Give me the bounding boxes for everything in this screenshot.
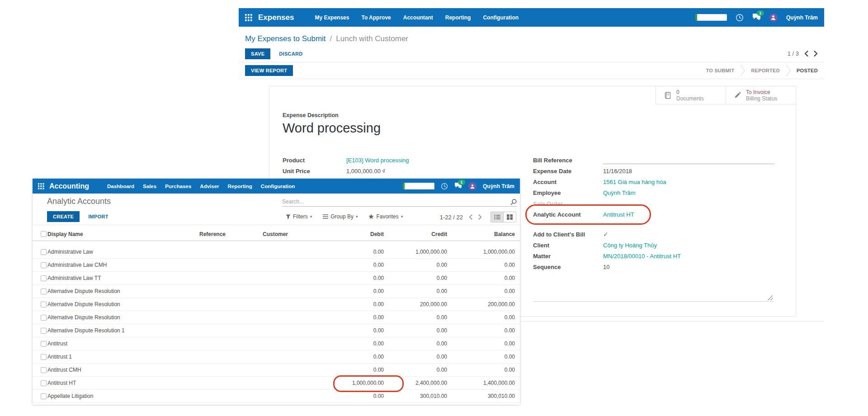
- stat-button-billing-status[interactable]: To InvoiceBilling Status: [726, 86, 796, 104]
- status-step-to-submit[interactable]: TO SUBMIT: [706, 68, 734, 73]
- user-avatar[interactable]: [769, 14, 778, 22]
- table-row-alternative-dispute-resolution[interactable]: Alternative Dispute Resolution0.00200,00…: [33, 298, 520, 311]
- field-matter: MatterMN/2018/00010 - Antitrust HT: [533, 251, 774, 261]
- field-add-to-client-s-bill: Add to Client's Bill✓: [533, 229, 774, 240]
- row-checkbox[interactable]: [41, 393, 47, 399]
- row-checkbox[interactable]: [41, 288, 47, 294]
- timer-widget[interactable]: [695, 14, 727, 21]
- row-checkbox[interactable]: [41, 275, 47, 281]
- row-checkbox[interactable]: [41, 262, 47, 268]
- clock-icon[interactable]: [441, 183, 448, 190]
- pager-next-icon[interactable]: [478, 214, 482, 220]
- discard-button[interactable]: DISCARD: [279, 51, 302, 57]
- stat-button-documents[interactable]: 0Documents: [656, 86, 726, 104]
- menu-item-accountant[interactable]: Accountant: [403, 14, 433, 21]
- field-value-link[interactable]: MN/2018/00010 - Antitrust HT: [603, 253, 681, 260]
- app-title[interactable]: Expenses: [258, 13, 294, 22]
- status-step-reported[interactable]: REPORTED: [751, 68, 780, 73]
- menu-item-configuration[interactable]: Configuration: [261, 184, 295, 189]
- user-name[interactable]: Quỳnh Trâm: [483, 183, 514, 189]
- filterbar-filters[interactable]: Filters▾: [286, 213, 312, 220]
- row-checkbox[interactable]: [41, 315, 47, 321]
- create-button[interactable]: CREATE: [47, 211, 80, 222]
- column-header-credit[interactable]: Credit: [384, 231, 447, 237]
- messages-icon[interactable]: 1: [454, 182, 462, 190]
- column-header-reference[interactable]: Reference: [199, 231, 263, 237]
- table-row-alternative-dispute-resolution[interactable]: Alternative Dispute Resolution0.000.000.…: [33, 311, 520, 324]
- filterbar-favorites[interactable]: Favorites▾: [368, 213, 403, 220]
- menu-item-sales[interactable]: Sales: [143, 184, 156, 189]
- messages-icon[interactable]: 1: [752, 13, 761, 22]
- cell-balance: 0.00: [447, 288, 515, 294]
- menu-item-purchases[interactable]: Purchases: [165, 184, 191, 189]
- row-checkbox[interactable]: [41, 328, 47, 334]
- row-checkbox[interactable]: [41, 249, 47, 255]
- field-value[interactable]: 11/16/2018: [603, 168, 632, 175]
- stat-label: Documents: [676, 95, 704, 102]
- step-separator-icon: [740, 64, 745, 77]
- field-value-link[interactable]: Công ty Hoàng Thủy: [603, 242, 657, 249]
- checkmark-icon[interactable]: ✓: [603, 231, 609, 238]
- app-title[interactable]: Accounting: [49, 182, 89, 190]
- apps-grid-icon[interactable]: [38, 183, 44, 189]
- resize-grip-icon[interactable]: [768, 295, 773, 300]
- select-all-checkbox[interactable]: [41, 231, 47, 237]
- table-row-antitrust-ht[interactable]: Antitrust HT1,000,000.002,400,000.001,40…: [33, 377, 520, 390]
- column-header-debit[interactable]: Debit: [330, 231, 384, 237]
- row-checkbox[interactable]: [41, 341, 47, 347]
- breadcrumb-parent[interactable]: My Expenses to Submit: [245, 34, 326, 43]
- table-row-antitrust[interactable]: Antitrust0.000.000.00: [33, 337, 520, 350]
- menu-item-configuration[interactable]: Configuration: [483, 14, 519, 21]
- field-value-link[interactable]: [E103] Word processing: [346, 157, 409, 164]
- field-value[interactable]: 1,000,000.00 ₫: [346, 168, 385, 175]
- user-avatar[interactable]: [468, 182, 476, 190]
- pager-previous-icon[interactable]: [469, 214, 472, 220]
- field-value[interactable]: 10: [603, 264, 609, 270]
- table-row-administrative-law-tt[interactable]: Administrative Law TT0.000.000.00: [33, 272, 520, 285]
- field-value-link[interactable]: Antitrust HT: [603, 211, 634, 218]
- timer-widget[interactable]: [403, 183, 434, 189]
- cell-balance: 200,000.00: [447, 301, 515, 307]
- menu-item-adviser[interactable]: Adviser: [200, 184, 219, 189]
- table-row-administrative-law-cmh[interactable]: Administrative Law CMH0.000.000.00: [33, 259, 520, 272]
- apps-grid-icon[interactable]: [245, 14, 252, 21]
- expense-title[interactable]: Word processing: [283, 121, 381, 136]
- clock-icon[interactable]: [736, 14, 744, 22]
- table-row-alternative-dispute-resolution[interactable]: Alternative Dispute Resolution0.000.000.…: [33, 285, 520, 298]
- table-row-administrative-law[interactable]: Administrative Law0.001,000,000.001,000,…: [33, 246, 520, 259]
- status-step-posted[interactable]: POSTED: [797, 68, 818, 73]
- row-checkbox[interactable]: [41, 380, 47, 386]
- search-icon[interactable]: [510, 199, 517, 205]
- table-row-antitrust-1[interactable]: Antitrust 10.000.000.00: [33, 350, 520, 364]
- import-button[interactable]: IMPORT: [88, 214, 108, 219]
- field-value-link[interactable]: Quỳnh Trâm: [603, 189, 636, 196]
- save-button[interactable]: SAVE: [245, 48, 270, 59]
- view-report-button[interactable]: VIEW REPORT: [245, 65, 293, 76]
- field-client: ClientCông ty Hoàng Thủy: [533, 240, 774, 251]
- menu-item-reporting[interactable]: Reporting: [228, 184, 252, 189]
- search-input[interactable]: [282, 199, 508, 205]
- table-row-antitrust-cmh[interactable]: Antitrust CMH0.000.000.00: [33, 364, 520, 377]
- menu-item-my-expenses[interactable]: My Expenses: [315, 14, 349, 21]
- menu-item-reporting[interactable]: Reporting: [445, 14, 471, 21]
- list-view-button[interactable]: [491, 212, 503, 222]
- table-row-alternative-dispute-resolution-1[interactable]: Alternative Dispute Resolution 10.000.00…: [33, 324, 520, 337]
- row-checkbox[interactable]: [41, 367, 47, 373]
- table-row-appellate-litigation[interactable]: Appellate Litigation0.00300,010.00300,01…: [33, 390, 520, 403]
- menu-item-dashboard[interactable]: Dashboard: [107, 184, 134, 189]
- menu-item-to-approve[interactable]: To Approve: [361, 14, 391, 21]
- pager-next-icon[interactable]: [814, 51, 818, 57]
- column-header-balance[interactable]: Balance: [447, 231, 515, 237]
- field-input-underline[interactable]: [603, 156, 774, 164]
- user-name[interactable]: Quỳnh Trâm: [786, 14, 818, 21]
- column-header-display-name[interactable]: Display Name: [47, 231, 199, 237]
- row-checkbox[interactable]: [41, 302, 47, 307]
- field-value-link[interactable]: 1561 Giá mua hàng hóa: [603, 179, 666, 185]
- row-checkbox[interactable]: [41, 354, 47, 360]
- pager-previous-icon[interactable]: [804, 51, 808, 57]
- notes-field[interactable]: [533, 294, 774, 302]
- kanban-view-button[interactable]: [503, 212, 516, 222]
- filterbar-group-by[interactable]: Group By▾: [323, 213, 358, 220]
- accounting-menu-bar: DashboardSalesPurchasesAdviserReportingC…: [107, 184, 295, 189]
- column-header-customer[interactable]: Customer: [263, 231, 330, 237]
